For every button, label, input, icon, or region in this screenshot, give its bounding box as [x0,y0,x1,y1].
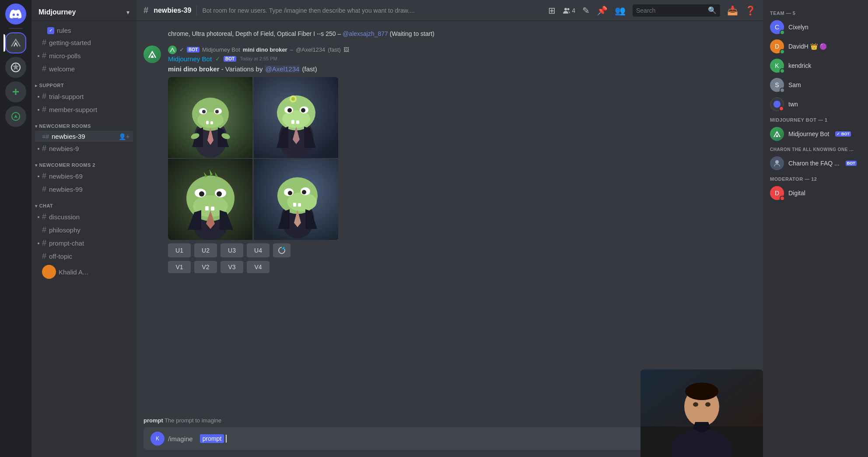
image-cell-1[interactable] [168,77,252,158]
image-cell-3[interactable] [168,159,252,240]
variation-3-button[interactable]: V3 [220,261,243,273]
inbox-icon[interactable]: 📥 [727,5,738,16]
openai-server-icon[interactable] [5,57,26,78]
channel-item-off-topic[interactable]: # off-topic [35,250,133,263]
svg-rect-16 [210,121,213,124]
category-chat[interactable]: ▾ CHAT [32,196,136,210]
waiting-status: (Waiting to start) [390,30,434,37]
server-active-indicator [4,34,5,52]
midjourney-server-icon[interactable] [5,32,26,53]
discord-home-button[interactable] [5,4,26,25]
variation-4-button[interactable]: V4 [247,261,270,273]
member-sam[interactable]: S Sam [766,75,864,95]
edit-icon[interactable]: ✎ [582,5,590,16]
mini-bot-avatar [168,46,177,54]
upscale-4-button[interactable]: U4 [247,243,270,257]
channel-sidebar: Midjourney ▾ ✓ rules # getting-started #… [32,0,136,457]
svg-point-39 [199,191,204,197]
member-kendrick[interactable]: K kendrick [766,56,864,75]
channel-item-prompt-chat[interactable]: # prompt-chat [35,237,133,250]
channel-item-khalid[interactable]: Khalid A... [35,263,133,281]
channel-item-newbies-9[interactable]: # newbies-9 [35,142,133,155]
member-count-value: 4 [572,7,575,14]
variation-2-button[interactable]: V2 [194,261,217,273]
status-indicator-digital [780,196,785,201]
channel-item-welcome[interactable]: # welcome [35,63,133,75]
bot-message-content: ✓ BOT Midjourney Bot mini dino broker – … [168,46,756,273]
channel-item-philosophy[interactable]: # philosophy [35,224,133,236]
svg-point-24 [287,108,292,112]
mini-bot-badge: BOT [187,47,200,53]
category-support[interactable]: ▸ SUPPORT [32,76,136,90]
member-name-twn: twn [788,101,798,108]
status-indicator-sam [780,88,785,93]
help-icon[interactable]: ❓ [745,5,756,16]
channel-item-newbies-99[interactable]: # newbies-99 [35,183,133,196]
channel-name-newbies-9: newbies-9 [49,145,130,152]
channel-hash-icon: # [42,38,46,47]
svg-rect-62 [298,203,301,207]
right-sidebar: TEAM — 5 C Cixelyn D DavidH 👑 🟣 K kendri… [763,0,868,457]
member-midjourney-bot[interactable]: Midjourney Bot ✓ BOT [766,124,864,144]
channel-hash-icon: # [42,239,46,248]
member-digital[interactable]: D Digital [766,183,864,203]
video-person [640,369,763,457]
channel-item-trial-support[interactable]: # trial-support [35,90,133,103]
category-label-support: SUPPORT [39,83,64,88]
thread-icon[interactable]: ⊞ [548,5,556,16]
member-charon[interactable]: Charon the FAQ ... BOT [766,154,864,173]
add-server-button[interactable]: + [5,81,26,102]
category-arrow: ▾ [35,204,38,208]
member-count[interactable]: 4 [563,7,575,14]
channel-name-welcome: welcome [49,65,130,73]
variation-1-button[interactable]: V1 [168,261,191,273]
upscale-2-button[interactable]: U2 [194,243,217,257]
members-icon[interactable]: 👥 [615,5,626,16]
search-input[interactable] [636,7,705,14]
svg-point-33 [291,97,295,101]
search-bar[interactable]: 🔍 [633,4,720,17]
member-avatar-sam: S [770,78,784,92]
waiting-message: chrome, Ultra photoreal, Depth of Field,… [144,28,756,40]
member-cixelyn[interactable]: C Cixelyn [766,18,864,37]
refresh-button[interactable] [273,243,290,257]
status-indicator-twn [779,106,784,111]
add-user-icon[interactable]: 👤+ [119,133,130,140]
channel-name-member-support: member-support [49,106,130,113]
category-arrow: ▸ [35,83,38,88]
pin-icon[interactable]: 📌 [597,5,608,16]
sidebar-header[interactable]: Midjourney ▾ [32,0,136,21]
prompt-label: prompt [144,417,163,424]
channel-item-member-support[interactable]: # member-support [35,103,133,116]
channel-item-newbies-69[interactable]: # newbies-69 [35,170,133,183]
image-cell-4[interactable] [254,159,338,240]
upscale-1-button[interactable]: U1 [168,243,191,257]
channel-name-trial-support: trial-support [49,93,130,100]
channel-item-rules[interactable]: ✓ rules [35,25,133,36]
channel-header-hash-icon: # [144,5,148,15]
text-cursor [226,435,227,443]
member-avatar-midjourney-bot [770,127,784,141]
channel-item-newbies-39[interactable]: ≡# newbies-39 👤+ [35,131,133,142]
image-grid [168,77,339,240]
channel-item-micro-polls[interactable]: # micro-polls [35,49,133,62]
svg-point-3 [567,8,570,10]
upscale-3-button[interactable]: U3 [220,243,243,257]
header-icons: ⊞ 4 ✎ 📌 👥 🔍 📥 ❓ [548,4,756,17]
channel-name-newbies-69: newbies-69 [49,172,130,180]
channel-item-discussion[interactable]: # discussion [35,211,133,223]
channel-header-name: newbies-39 [154,7,191,14]
category-newcomer-rooms-2[interactable]: ▾ NEWCOMER ROOMS 2 [32,155,136,169]
server-dropdown-chevron[interactable]: ▾ [126,9,130,16]
image-cell-2[interactable] [254,77,338,158]
member-twn[interactable]: twn [766,95,864,114]
svg-point-72 [693,402,698,407]
category-newcomer-rooms[interactable]: ▾ NEWCOMER ROOMS [32,116,136,130]
channel-hash-icon: # [42,64,46,74]
channel-name-newbies-39: newbies-39 [52,133,116,140]
member-davidh[interactable]: D DavidH 👑 🟣 [766,37,864,56]
channel-list: ✓ rules # getting-started # micro-polls … [32,21,136,457]
channel-item-getting-started[interactable]: # getting-started [35,36,133,49]
explore-servers-button[interactable] [5,106,26,127]
status-indicator-davidh [780,49,785,54]
